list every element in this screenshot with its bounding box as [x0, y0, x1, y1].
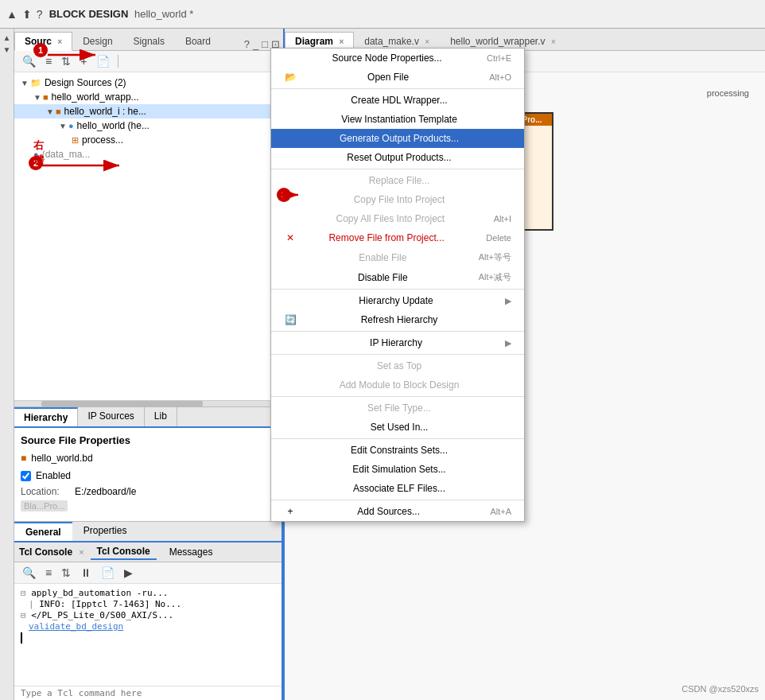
design-sources-label: Design Sources (2) [45, 77, 126, 88]
tab-design[interactable]: Design [72, 32, 122, 50]
search-button[interactable]: 🔍 [19, 53, 39, 69]
cm-item[interactable]: 📂 Open File Alt+O [271, 68, 524, 87]
hello-world-i-label: hello_world_i : he... [64, 106, 146, 117]
sfp-location-row: Location: E:/zedboard/le [21, 486, 275, 497]
cm-item[interactable]: Edit Simulation Sets... [271, 460, 524, 479]
tree-design-sources[interactable]: ▼ 📁 Design Sources (2) [14, 76, 283, 90]
strip-arrow-down[interactable]: ▼ [3, 45, 11, 54]
cm-item-label: Remove File from Project... [328, 232, 444, 243]
sources-panel: Sourc × Design Signals Board ? _ □ ⊡ 🔍 ≡ [14, 29, 285, 700]
tcl-clear-btn[interactable]: 📄 [98, 565, 118, 581]
cm-item-icon: 🔄 [284, 314, 297, 325]
tcl-sort-btn[interactable]: ≡ [42, 565, 55, 581]
expand-wrapper[interactable]: ▼ [33, 93, 41, 102]
tab-source[interactable]: Sourc × [14, 32, 72, 51]
source-file-properties-panel: Source File Properties ■ hello_world.bd … [14, 426, 283, 521]
tab-ip-sources[interactable]: IP Sources [78, 407, 144, 426]
filter-button[interactable]: ⇅ [58, 53, 74, 69]
tree-item-hello-world-wrapper[interactable]: ▼ ■ hello_world_wrapp... [14, 90, 283, 104]
diagram-tab-close[interactable]: × [339, 37, 344, 46]
sfp-blurred-row: Bla...Pro... [21, 500, 275, 511]
restore-icon[interactable]: □ [262, 38, 268, 50]
tcl-pause-btn[interactable]: ⏸ [77, 565, 95, 581]
tcl-close[interactable]: × [79, 547, 83, 557]
tab-lib[interactable]: Lib [145, 407, 177, 426]
cm-item[interactable]: 🔄 Refresh Hierarchy [271, 310, 524, 329]
tcl-tab-messages[interactable]: Messages [163, 545, 219, 559]
horizontal-scroll[interactable] [14, 400, 283, 406]
cm-item[interactable]: Edit Constraints Sets... [271, 441, 524, 460]
cm-item[interactable]: Reset Output Products... [271, 148, 524, 167]
data-make-tab-close[interactable]: × [425, 37, 429, 46]
tab-general[interactable]: General [14, 522, 72, 541]
cm-item: Copy All Files Into Project Alt+I [271, 209, 524, 228]
tree-item-hello-world[interactable]: ▼ ● hello_world (he... [14, 119, 283, 133]
cm-separator [271, 396, 524, 397]
bottom-tabs: Hierarchy IP Sources Lib [14, 406, 283, 426]
cm-item[interactable]: Associate ELF Files... [271, 479, 524, 498]
wrapper-tab-close[interactable]: × [551, 37, 556, 46]
cm-item[interactable]: ✕ Remove File from Project... Delete [271, 228, 524, 247]
tab-signals[interactable]: Signals [123, 32, 175, 50]
sources-toolbar: 🔍 ≡ ⇅ + 📄 [14, 51, 283, 72]
cm-item-label: Associate ELF Files... [353, 483, 445, 494]
process-label: process... [82, 134, 123, 146]
process-icon: ⊞ [72, 135, 79, 146]
expand-hello-world[interactable]: ▼ [59, 122, 67, 130]
tcl-filter-btn[interactable]: ⇅ [58, 565, 74, 581]
cm-item-icon: + [284, 506, 297, 517]
cm-separator [271, 331, 524, 332]
help-icon[interactable]: ? [37, 8, 43, 21]
cm-item[interactable]: Disable File Alt+减号 [271, 267, 524, 287]
expand-design-sources[interactable]: ▼ [21, 79, 29, 88]
tcl-cursor-line [21, 632, 275, 644]
cm-item[interactable]: IP Hierarchy ▶ [271, 333, 524, 352]
menu-icon[interactable]: ▲ [6, 8, 17, 21]
cm-item-shortcut: ▶ [505, 338, 511, 348]
file-button[interactable]: 📄 [93, 53, 113, 69]
cm-item[interactable]: Hierarchy Update ▶ [271, 291, 524, 310]
cm-item: Set File Type... [271, 399, 524, 418]
cm-item-label: Generate Output Products... [340, 133, 459, 144]
cm-item[interactable]: Generate Output Products... [271, 129, 524, 148]
sfp-filename: hello_world.bd [31, 453, 92, 464]
cm-item-shortcut: Alt+等号 [479, 251, 511, 263]
app-subtitle: hello_world * [134, 8, 193, 20]
cm-item[interactable]: View Instantiation Template [271, 110, 524, 129]
h-scroll-thumb [41, 401, 203, 406]
tcl-search-btn[interactable]: 🔍 [19, 565, 39, 581]
tcl-line-4: validate_bd_design [21, 621, 275, 632]
add-button[interactable]: + [77, 53, 90, 69]
sort-button[interactable]: ≡ [42, 53, 55, 69]
tab-source-close[interactable]: × [57, 37, 62, 46]
cm-item-label: Set Used In... [371, 422, 429, 433]
cm-item-shortcut: Ctrl+E [487, 53, 511, 63]
top-bar-icons: ▲ ⬆ ? [6, 8, 43, 21]
minimize-icon[interactable]: _ [253, 38, 258, 50]
cm-item-label: Add Sources... [357, 506, 420, 517]
cm-item[interactable]: Source Node Properties... Ctrl+E [271, 49, 524, 68]
tab-board[interactable]: Board [175, 32, 221, 50]
cm-item[interactable]: + Add Sources... Alt+A [271, 502, 524, 521]
tab-properties[interactable]: Properties [72, 522, 138, 541]
tcl-more-btn[interactable]: ▶ [121, 565, 136, 581]
question-icon[interactable]: ? [244, 38, 250, 50]
cm-item-icon: 📂 [284, 72, 297, 83]
expand-hello-world-i[interactable]: ▼ [46, 107, 54, 116]
up-icon[interactable]: ⬆ [22, 8, 32, 21]
cm-item-label: Edit Constraints Sets... [351, 445, 448, 456]
cm-item-shortcut: Alt+I [494, 214, 511, 224]
cm-item[interactable]: Create HDL Wrapper... [271, 91, 524, 110]
cm-item: Add Module to Block Design [271, 375, 524, 395]
wrapper-label: hello_world_wrapp... [52, 91, 139, 103]
strip-arrow-up[interactable]: ▲ [3, 33, 11, 42]
tree-item-data-make[interactable]: ● (data_ma... [14, 147, 283, 161]
tree-item-process[interactable]: ⊞ process... [14, 133, 283, 147]
cm-separator [271, 500, 524, 500]
cm-item[interactable]: Set Used In... [271, 418, 524, 437]
tab-hierarchy[interactable]: Hierarchy [14, 407, 78, 426]
tree-item-hello-world-i[interactable]: ▼ ■ hello_world_i : he... [14, 104, 283, 119]
tcl-tab-console[interactable]: Tcl Console [91, 544, 157, 560]
tcl-input[interactable] [21, 688, 275, 698]
sfp-enabled-checkbox[interactable] [21, 471, 31, 481]
